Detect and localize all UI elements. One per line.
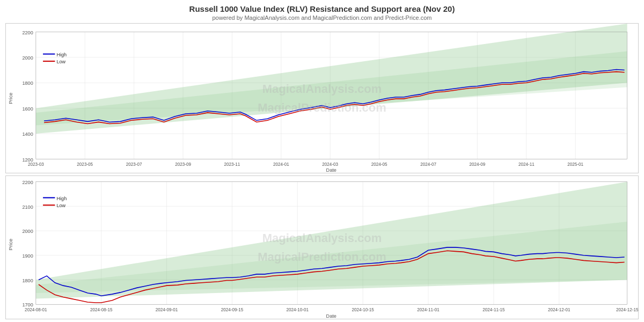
svg-text:1800: 1800 xyxy=(22,80,33,86)
svg-text:2024-11-15: 2024-11-15 xyxy=(482,307,505,312)
svg-text:2024-12-01: 2024-12-01 xyxy=(548,307,570,312)
svg-text:2024-09: 2024-09 xyxy=(470,162,486,167)
svg-text:Price: Price xyxy=(8,239,13,251)
svg-text:Price: Price xyxy=(8,93,13,104)
svg-text:2024-11-01: 2024-11-01 xyxy=(417,307,440,312)
svg-text:2024-12-15: 2024-12-15 xyxy=(616,307,638,312)
charts-container: 2200 2000 1800 1600 1400 1200 Price 2023… xyxy=(0,23,644,322)
svg-text:Date: Date xyxy=(326,167,336,173)
svg-text:Low: Low xyxy=(56,203,65,208)
svg-text:2024-01: 2024-01 xyxy=(273,162,289,167)
svg-text:2024-08-01: 2024-08-01 xyxy=(25,307,47,312)
svg-text:2023-05: 2023-05 xyxy=(77,162,93,167)
svg-text:2000: 2000 xyxy=(22,55,33,61)
svg-text:2023-07: 2023-07 xyxy=(126,162,142,167)
svg-text:2200: 2200 xyxy=(22,30,33,35)
chart-top: 2200 2000 1800 1600 1400 1200 Price 2023… xyxy=(5,23,639,173)
svg-text:2023-09: 2023-09 xyxy=(175,162,191,167)
svg-text:2024-03: 2024-03 xyxy=(322,162,338,167)
svg-text:1900: 1900 xyxy=(22,253,33,259)
svg-text:2024-05: 2024-05 xyxy=(371,162,387,167)
svg-text:Low: Low xyxy=(56,59,65,64)
svg-text:2000: 2000 xyxy=(22,229,33,234)
page-container: Russell 1000 Value Index (RLV) Resistanc… xyxy=(0,0,644,322)
page-subtitle: powered by MagicalAnalysis.com and Magic… xyxy=(0,14,644,23)
svg-text:1400: 1400 xyxy=(22,131,33,137)
svg-text:2023-11: 2023-11 xyxy=(224,162,240,167)
svg-text:1800: 1800 xyxy=(22,278,33,283)
chart-bottom: 2200 2100 2000 1900 1800 1700 Price 2024… xyxy=(5,175,639,319)
svg-text:2024-10-01: 2024-10-01 xyxy=(287,307,309,312)
svg-text:2024-07: 2024-07 xyxy=(420,162,436,167)
svg-text:2024-11: 2024-11 xyxy=(518,162,535,167)
svg-text:2200: 2200 xyxy=(22,180,33,185)
svg-text:2100: 2100 xyxy=(22,204,33,210)
svg-text:High: High xyxy=(56,196,67,201)
svg-text:2024-10-15: 2024-10-15 xyxy=(352,307,374,312)
svg-text:2024-09-01: 2024-09-01 xyxy=(156,307,178,312)
svg-text:2024-08-15: 2024-08-15 xyxy=(90,307,113,312)
svg-text:2024-09-15: 2024-09-15 xyxy=(221,307,244,312)
svg-text:2023-03: 2023-03 xyxy=(28,162,44,167)
svg-text:2025-01: 2025-01 xyxy=(567,162,583,167)
svg-text:Date: Date xyxy=(326,313,336,319)
svg-text:1600: 1600 xyxy=(22,106,33,112)
page-title: Russell 1000 Value Index (RLV) Resistanc… xyxy=(0,0,644,14)
svg-text:High: High xyxy=(56,52,67,57)
